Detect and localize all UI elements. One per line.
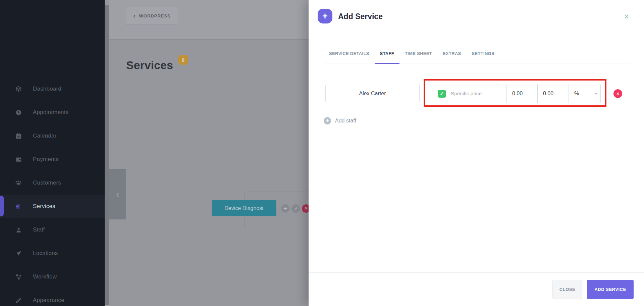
locations-icon — [15, 250, 22, 257]
caret-down-icon: ▾ — [595, 91, 597, 96]
dashboard-icon — [15, 85, 22, 93]
price-input-group: % ▾ — [506, 84, 601, 103]
sidebar-item-staff[interactable]: Staff — [0, 218, 105, 242]
tab-settings[interactable]: SETTINGS — [467, 51, 500, 64]
services-count-badge: 0 — [178, 55, 188, 65]
sidebar-item-dashboard[interactable]: Dashboard — [0, 77, 105, 101]
chip-text-fade — [265, 200, 276, 216]
modal-title: Add Service — [338, 9, 383, 24]
customers-icon — [15, 179, 22, 187]
scrollbar-thumb[interactable] — [105, 5, 109, 305]
workflow-icon — [15, 273, 22, 280]
price-cell — [537, 84, 569, 103]
vertical-scrollbar: ▲ — [105, 0, 109, 306]
scroll-up-button[interactable]: ▲ — [105, 0, 109, 5]
sidebar-item-locations[interactable]: Locations — [0, 242, 105, 265]
modal-footer: CLOSE ADD SERVICE — [309, 272, 644, 306]
add-service-plus-badge: + — [318, 9, 332, 23]
add-service-button[interactable]: ADD SERVICE — [587, 280, 634, 299]
services-icon — [15, 203, 22, 210]
sidebar-item-label: Appointments — [33, 109, 68, 116]
price-input[interactable] — [507, 84, 537, 103]
payments-icon — [15, 156, 22, 163]
chevron-left-icon: ‹ — [116, 189, 119, 200]
sidebar-item-label: Calendar — [33, 133, 57, 139]
close-icon: ✕ — [624, 13, 629, 20]
plus-icon: + — [322, 11, 328, 21]
app-root: Dashboard Appointments Calendar — [0, 0, 644, 306]
remove-staff-button[interactable]: ✕ — [613, 89, 622, 98]
sidebar-item-label: Staff — [33, 226, 45, 233]
deposit-input[interactable] — [538, 84, 569, 103]
add-staff-label: Add staff — [335, 118, 356, 124]
sidebar-item-workflow[interactable]: Workflow — [0, 265, 105, 289]
service-chip-label: Device Diagnost — [224, 205, 264, 211]
sidebar-item-label: Locations — [33, 250, 58, 257]
sidebar-item-appointments[interactable]: Appointments — [0, 101, 105, 124]
specific-price-label: Specific price — [451, 91, 482, 97]
specific-price-box: ✓ Specific price — [429, 84, 498, 103]
price-cell — [506, 84, 538, 103]
unit-select[interactable]: % ▾ — [569, 84, 601, 103]
sidebar-item-label: Payments — [33, 156, 59, 163]
sidebar: Dashboard Appointments Calendar — [0, 0, 105, 306]
modal-close-button[interactable]: ✕ — [622, 11, 632, 21]
tab-time-sheet[interactable]: TIME SHEET — [399, 51, 437, 64]
sidebar-item-label: Services — [33, 203, 55, 210]
calendar-icon — [15, 132, 22, 140]
add-staff-button[interactable]: + Add staff — [324, 117, 356, 124]
back-to-wordpress-button[interactable]: ‹ WORDPRESS — [126, 7, 178, 25]
specific-price-checkbox[interactable]: ✓ — [438, 90, 446, 98]
modal-header: + Add Service ✕ — [309, 0, 644, 34]
sidebar-item-label: Workflow — [33, 273, 57, 280]
sidebar-item-services[interactable]: Services — [0, 195, 105, 218]
modal-tabs: SERVICE DETAILS STAFF TIME SHEET EXTRAS … — [324, 34, 629, 63]
plus-icon: + — [326, 118, 329, 124]
active-accent-bar — [0, 196, 4, 216]
unit-value: % — [574, 91, 579, 97]
check-icon: ✓ — [440, 91, 444, 97]
sidebar-item-calendar[interactable]: Calendar — [0, 124, 105, 148]
back-button-label: WORDPRESS — [139, 13, 171, 18]
x-icon: ✕ — [305, 206, 308, 211]
tab-extras[interactable]: EXTRAS — [437, 51, 467, 64]
page-content-dimmed: ‹ WORDPRESS Services 0 Device Diagnost ✕… — [109, 0, 309, 306]
x-icon: ✕ — [616, 92, 619, 96]
pencil-icon — [294, 207, 298, 211]
sidebar-item-label: Customers — [33, 180, 61, 186]
add-service-modal: + Add Service ✕ SERVICE DETAILS STAFF TI… — [309, 0, 644, 306]
edit-category-button[interactable] — [291, 204, 300, 213]
scroll-up-icon: ▲ — [106, 1, 108, 4]
panel-collapse-handle[interactable]: ‹ — [109, 169, 126, 219]
sidebar-item-label: Appearance — [33, 297, 64, 304]
tab-staff[interactable]: STAFF — [375, 51, 399, 64]
sidebar-nav: Dashboard Appointments Calendar — [0, 77, 105, 306]
plus-circle-icon: + — [324, 117, 331, 124]
staff-select[interactable]: Alex Carter — [325, 84, 420, 103]
close-button[interactable]: CLOSE — [552, 280, 582, 299]
appointments-icon — [15, 109, 22, 116]
sidebar-item-appearance[interactable]: Appearance — [0, 289, 105, 306]
plus-icon — [283, 206, 287, 211]
appearance-icon — [15, 297, 22, 304]
sidebar-item-customers[interactable]: Customers — [0, 171, 105, 195]
staff-icon — [15, 226, 22, 234]
sidebar-item-payments[interactable]: Payments — [0, 148, 105, 171]
tab-service-details[interactable]: SERVICE DETAILS — [324, 51, 375, 64]
sidebar-item-label: Dashboard — [33, 86, 61, 92]
add-category-button[interactable] — [281, 204, 289, 213]
page-title: Services — [126, 59, 173, 72]
service-chip-device-diagnostics[interactable]: Device Diagnost — [212, 200, 276, 216]
staff-name: Alex Carter — [359, 91, 386, 97]
chevron-left-icon: ‹ — [133, 12, 136, 19]
